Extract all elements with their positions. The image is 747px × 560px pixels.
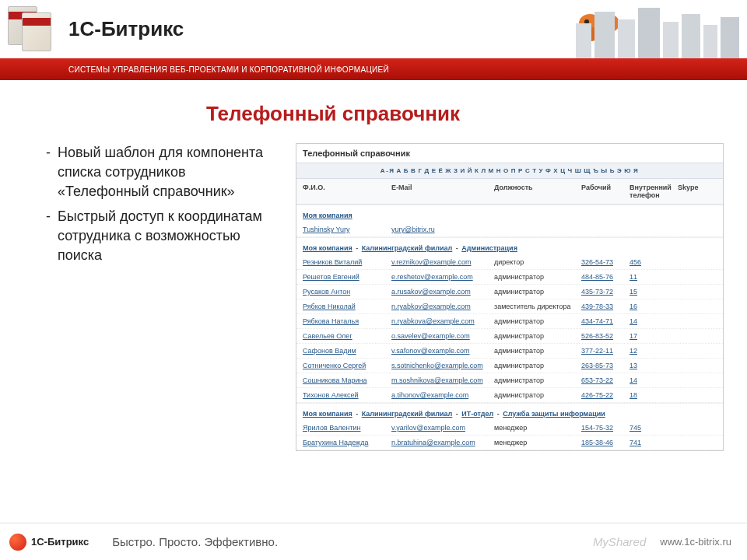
breadcrumb-link[interactable]: Моя компания [303,410,352,418]
alpha-letter[interactable]: С [525,167,531,174]
alpha-letter[interactable]: Ю [624,167,632,174]
breadcrumb-link[interactable]: Администрация [461,244,517,252]
alpha-letter[interactable]: Ъ [593,167,599,174]
role-cell: администратор [494,273,581,281]
ext-link[interactable]: 456 [630,258,641,266]
alpha-letter[interactable]: Г [418,167,423,174]
alpha-letter[interactable]: У [539,167,544,174]
email-link[interactable]: e.reshetov@example.com [391,273,473,281]
person-link[interactable]: Братухина Надежда [303,439,368,446]
phone-link[interactable]: 326-54-73 [581,258,613,266]
phone-link[interactable]: 435-73-72 [581,288,613,296]
breadcrumb-link[interactable]: Калининградский филиал [362,244,453,252]
alpha-letter[interactable]: Щ [584,167,591,174]
person-link[interactable]: Решетов Евгений [303,273,359,281]
alpha-letter[interactable]: Ы [601,167,608,174]
alpha-letter[interactable]: О [503,167,510,174]
svg-rect-9 [618,19,635,58]
email-link[interactable]: s.sotnichenko@example.com [391,362,483,369]
alpha-letter[interactable]: П [511,167,517,174]
skype-cell [678,258,709,266]
alpha-letter[interactable]: Ь [610,167,615,174]
email-link[interactable]: n.ryabkova@example.com [391,317,475,325]
breadcrumb-link[interactable]: Калининградский филиал [362,410,453,418]
alpha-letter[interactable]: Й [468,167,473,174]
svg-rect-12 [682,14,700,58]
alpha-letter[interactable]: Ж [445,167,452,174]
alpha-letter[interactable]: З [454,167,459,174]
alpha-letter[interactable]: Л [481,167,486,174]
alpha-letter[interactable]: М [489,167,495,174]
email-link[interactable]: n.bratuhina@example.com [391,439,475,446]
breadcrumb-link[interactable]: Моя компания [303,212,352,219]
ext-link[interactable]: 18 [630,391,637,399]
person-link[interactable]: Tushinsky Yury [303,226,350,233]
phone-link[interactable]: 484-85-76 [581,273,613,281]
ext-link[interactable]: 745 [630,424,641,432]
alpha-letter[interactable]: А-Я [381,167,395,174]
alpha-letter[interactable]: К [475,167,479,174]
person-link[interactable]: Сафонов Вадим [303,347,356,355]
skype-cell [678,332,709,340]
alpha-letter[interactable]: Т [532,167,537,174]
alpha-letter[interactable]: Ш [575,167,583,174]
alpha-letter[interactable]: Б [404,167,409,174]
email-link[interactable]: a.tihonov@example.com [391,391,468,399]
email-link[interactable]: yury@bitrix.ru [391,226,435,233]
alpha-filter[interactable]: А-ЯАБВГДЕЁЖЗИЙКЛМНОПРСТУФХЦЧШЩЪЫЬЭЮЯ [296,163,723,179]
email-link[interactable]: v.safonov@example.com [391,347,470,355]
alpha-letter[interactable]: А [397,167,402,174]
product-box-art [8,6,62,53]
alpha-letter[interactable]: И [461,167,466,174]
phone-link[interactable]: 439-78-33 [581,303,613,310]
person-link[interactable]: Сотниченко Сергей [303,362,366,369]
email-link[interactable]: o.savelev@example.com [391,332,470,340]
breadcrumb-link[interactable]: ИТ-отдел [461,410,493,418]
person-link[interactable]: Резников Виталий [303,258,362,266]
alpha-letter[interactable]: Д [424,167,430,174]
role-cell: заместитель директора [494,303,581,310]
phone-link[interactable]: 377-22-11 [581,347,613,355]
ext-link[interactable]: 12 [630,347,637,355]
breadcrumb-link[interactable]: Моя компания [303,244,352,252]
alpha-letter[interactable]: Ц [560,167,566,174]
ext-link[interactable]: 13 [630,362,637,369]
alpha-letter[interactable]: В [411,167,416,174]
alpha-letter[interactable]: Я [633,167,639,174]
alpha-letter[interactable]: Э [617,167,622,174]
email-link[interactable]: v.yarilov@example.com [391,424,465,432]
phone-link[interactable]: 154-75-32 [581,424,613,432]
person-link[interactable]: Сошникова Марина [303,376,367,384]
ext-link[interactable]: 11 [630,273,637,281]
alpha-letter[interactable]: Ч [568,167,573,174]
alpha-letter[interactable]: Ф [545,167,552,174]
person-link[interactable]: Рябков Николай [303,303,356,310]
email-link[interactable]: v.reznikov@example.com [391,258,472,266]
email-link[interactable]: m.soshnikova@example.com [391,376,483,384]
phone-link[interactable]: 653-73-22 [581,376,613,384]
ext-link[interactable]: 17 [630,332,637,340]
ext-link[interactable]: 14 [630,376,637,384]
phone-link[interactable]: 526-83-52 [581,332,613,340]
phone-link[interactable]: 426-75-22 [581,391,613,399]
email-link[interactable]: n.ryabkov@example.com [391,303,471,310]
alpha-letter[interactable]: Р [518,167,524,174]
ext-link[interactable]: 15 [630,288,637,296]
alpha-letter[interactable]: Н [496,167,502,174]
phone-link[interactable]: 434-74-71 [581,317,613,325]
ext-link[interactable]: 741 [630,439,641,446]
breadcrumb-link[interactable]: Служба защиты информации [503,410,605,418]
alpha-letter[interactable]: Е [432,167,437,174]
person-link[interactable]: Савельев Олег [303,332,352,340]
alpha-letter[interactable]: Х [553,167,559,174]
alpha-letter[interactable]: Ё [438,167,444,174]
ext-link[interactable]: 16 [630,303,637,310]
phone-link[interactable]: 263-85-73 [581,362,613,369]
email-link[interactable]: a.rusakov@example.com [391,288,471,296]
phone-link[interactable]: 185-38-46 [581,439,613,446]
person-link[interactable]: Тихонов Алексей [303,391,359,399]
ext-link[interactable]: 14 [630,317,637,325]
person-link[interactable]: Рябкова Наталья [303,317,359,325]
person-link[interactable]: Ярилов Валентин [303,424,361,432]
person-link[interactable]: Русаков Антон [303,288,350,296]
